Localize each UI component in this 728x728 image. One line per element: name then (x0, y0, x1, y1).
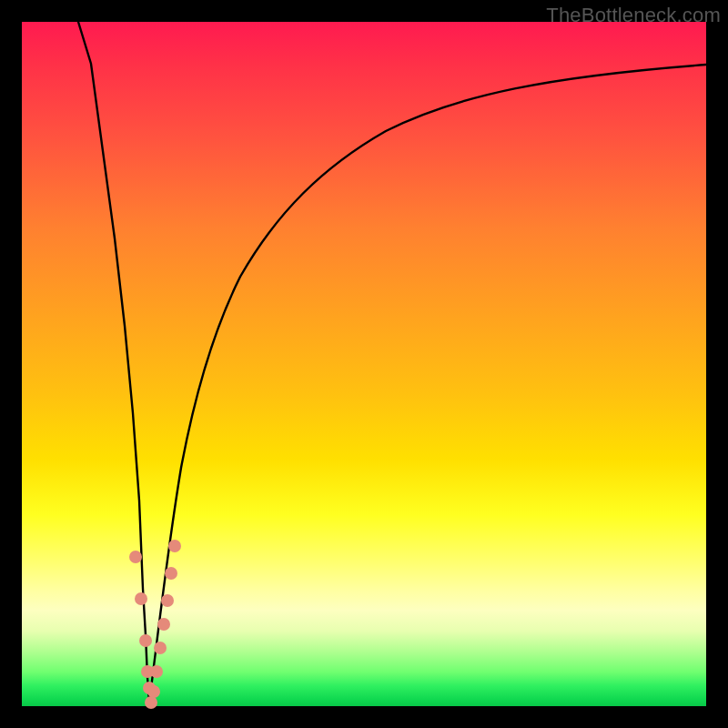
data-marker (165, 567, 177, 580)
chart-svg (22, 22, 706, 706)
plot-area (22, 22, 706, 706)
data-marker (139, 634, 152, 647)
curve-right-branch (149, 65, 706, 703)
data-marker (161, 594, 174, 607)
data-marker (147, 685, 160, 698)
data-marker (135, 592, 147, 605)
data-marker (154, 642, 167, 654)
data-marker (150, 665, 163, 678)
data-marker (168, 540, 181, 552)
data-marker (157, 618, 170, 631)
watermark-text: TheBottleneck.com (546, 4, 721, 27)
data-marker (129, 551, 142, 563)
data-marker (145, 696, 157, 709)
